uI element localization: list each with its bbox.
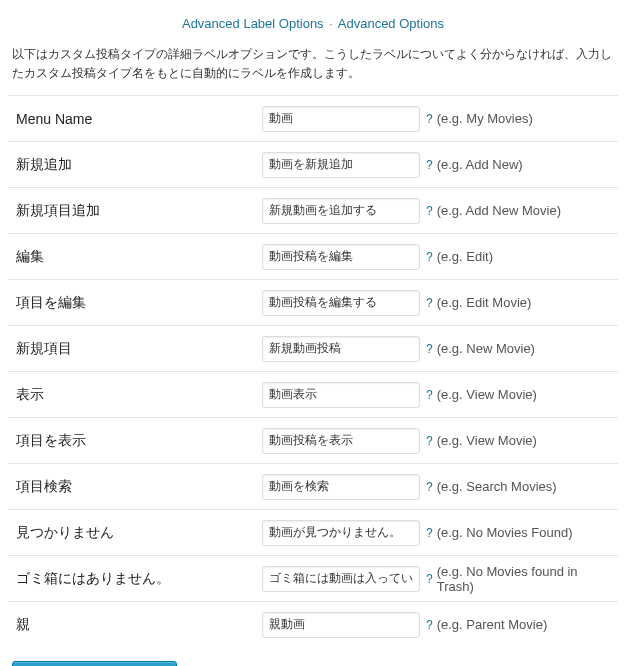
row-view: 表示 ? (e.g. View Movie) (8, 371, 618, 417)
row-menu-name: Menu Name ? (e.g. My Movies) (8, 95, 618, 141)
row-edit: 編集 ? (e.g. Edit) (8, 233, 618, 279)
hint-new-item: (e.g. New Movie) (437, 341, 535, 356)
label-edit-item: 項目を編集 (12, 294, 262, 312)
label-not-in-trash: ゴミ箱にはありません。 (12, 570, 262, 588)
hint-view: (e.g. View Movie) (437, 387, 537, 402)
hint-edit: (e.g. Edit) (437, 249, 493, 264)
input-not-in-trash[interactable] (262, 566, 420, 592)
tab-advanced-label-options[interactable]: Advanced Label Options (182, 16, 324, 31)
help-icon[interactable]: ? (426, 434, 433, 448)
row-add-new: 新規追加 ? (e.g. Add New) (8, 141, 618, 187)
help-icon[interactable]: ? (426, 112, 433, 126)
input-edit-item[interactable] (262, 290, 420, 316)
input-add-new[interactable] (262, 152, 420, 178)
row-add-new-item: 新規項目追加 ? (e.g. Add New Movie) (8, 187, 618, 233)
label-add-new-item: 新規項目追加 (12, 202, 262, 220)
help-icon[interactable]: ? (426, 480, 433, 494)
help-icon[interactable]: ? (426, 526, 433, 540)
label-view-item: 項目を表示 (12, 432, 262, 450)
row-not-in-trash: ゴミ箱にはありません。 ? (e.g. No Movies found in T… (8, 555, 618, 601)
help-icon[interactable]: ? (426, 388, 433, 402)
row-new-item: 新規項目 ? (e.g. New Movie) (8, 325, 618, 371)
label-edit: 編集 (12, 248, 262, 266)
hint-parent: (e.g. Parent Movie) (437, 617, 548, 632)
help-icon[interactable]: ? (426, 572, 433, 586)
input-new-item[interactable] (262, 336, 420, 362)
hint-not-in-trash: (e.g. No Movies found in Trash) (437, 564, 614, 594)
input-search-items[interactable] (262, 474, 420, 500)
label-search-items: 項目検索 (12, 478, 262, 496)
input-parent[interactable] (262, 612, 420, 638)
input-edit[interactable] (262, 244, 420, 270)
submit-row: Save Custom Post Type (8, 661, 618, 666)
hint-edit-item: (e.g. Edit Movie) (437, 295, 532, 310)
help-icon[interactable]: ? (426, 204, 433, 218)
label-new-item: 新規項目 (12, 340, 262, 358)
hint-view-item: (e.g. View Movie) (437, 433, 537, 448)
hint-add-new-item: (e.g. Add New Movie) (437, 203, 561, 218)
row-not-found: 見つかりません ? (e.g. No Movies Found) (8, 509, 618, 555)
tab-separator: · (329, 16, 333, 31)
tab-advanced-options[interactable]: Advanced Options (338, 16, 444, 31)
input-view-item[interactable] (262, 428, 420, 454)
help-icon[interactable]: ? (426, 618, 433, 632)
hint-search-items: (e.g. Search Movies) (437, 479, 557, 494)
input-menu-name[interactable] (262, 106, 420, 132)
hint-not-found: (e.g. No Movies Found) (437, 525, 573, 540)
input-add-new-item[interactable] (262, 198, 420, 224)
label-not-found: 見つかりません (12, 524, 262, 542)
row-view-item: 項目を表示 ? (e.g. View Movie) (8, 417, 618, 463)
section-description: 以下はカスタム投稿タイプの詳細ラベルオプションです。こうしたラベルについてよく分… (12, 45, 614, 83)
label-menu-name: Menu Name (12, 111, 262, 127)
hint-add-new: (e.g. Add New) (437, 157, 523, 172)
help-icon[interactable]: ? (426, 296, 433, 310)
label-add-new: 新規追加 (12, 156, 262, 174)
label-view: 表示 (12, 386, 262, 404)
help-icon[interactable]: ? (426, 158, 433, 172)
tab-bar: Advanced Label Options · Advanced Option… (8, 16, 618, 31)
help-icon[interactable]: ? (426, 250, 433, 264)
row-edit-item: 項目を編集 ? (e.g. Edit Movie) (8, 279, 618, 325)
label-parent: 親 (12, 616, 262, 634)
save-button[interactable]: Save Custom Post Type (12, 661, 177, 666)
help-icon[interactable]: ? (426, 342, 433, 356)
input-view[interactable] (262, 382, 420, 408)
hint-menu-name: (e.g. My Movies) (437, 111, 533, 126)
row-search-items: 項目検索 ? (e.g. Search Movies) (8, 463, 618, 509)
row-parent: 親 ? (e.g. Parent Movie) (8, 601, 618, 647)
input-not-found[interactable] (262, 520, 420, 546)
